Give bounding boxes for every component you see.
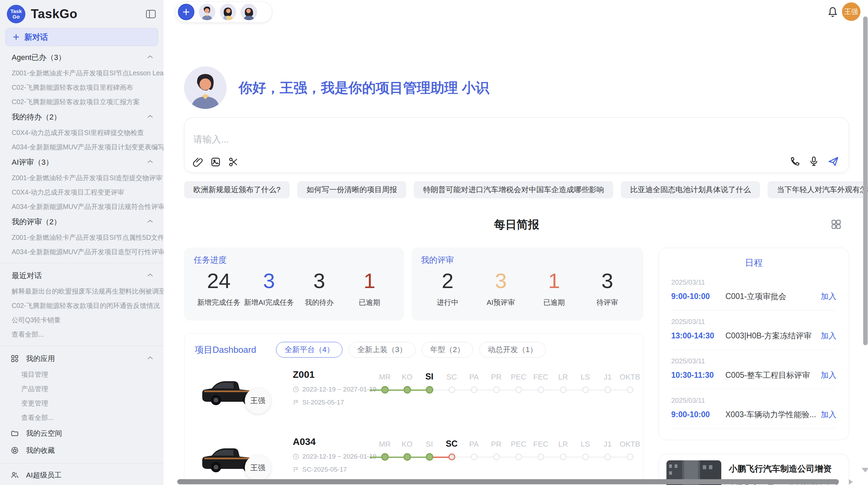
milestone-label: LS xyxy=(574,373,596,382)
milestone-dot xyxy=(515,386,522,393)
chevron-up-icon xyxy=(147,273,153,277)
section-my-review[interactable]: 我的评审（2） xyxy=(0,214,164,230)
scroll-right-arrow[interactable] xyxy=(849,479,853,485)
milestone-dot xyxy=(560,453,567,460)
schedule-time: 13:00-14:30 xyxy=(671,331,725,340)
chevron-up-icon xyxy=(147,219,153,223)
task-item[interactable]: C0X4-动力总成开发项目工程变更评审 xyxy=(0,185,164,199)
chevron-up-icon xyxy=(147,114,153,119)
task-item[interactable]: A034-全新新能源MUV产品开发项目法规符合性评审 xyxy=(0,199,164,214)
app-screen: Task Go TaskGo 新对话 Agent已办（3） Z001-全新燃油皮… xyxy=(0,0,868,485)
schedule-name: C005-整车工程目标评审 xyxy=(725,370,817,381)
tab-powertrain[interactable]: 动总开发（1） xyxy=(479,342,546,358)
section-label: 我的待办（2） xyxy=(12,112,61,122)
section-ai-review[interactable]: AI评审（3） xyxy=(0,154,164,171)
project-row[interactable]: 王强 Z001 2023-12-19 ~ 2027-01-19 SI-2025-… xyxy=(195,367,633,425)
section-label: Agent已办（3） xyxy=(12,52,66,63)
recent-chat-item[interactable]: 解释最新出台的欧盟报废车法规再生塑料比例被调至15%... xyxy=(0,284,164,298)
task-progress-card: 任务进度 24 新增完成任务 3 新增AI完成任务 3 xyxy=(184,248,404,321)
suggestion-chip[interactable]: 欧洲新规最近颁布了什么? xyxy=(184,181,290,198)
app-item-change-mgmt[interactable]: 变更管理 xyxy=(0,396,164,410)
milestone-dot xyxy=(471,386,478,393)
stat: 24 新增完成任务 xyxy=(194,269,244,307)
flag-icon xyxy=(293,399,299,406)
phone-icon[interactable] xyxy=(789,156,800,167)
divider xyxy=(0,346,164,346)
section-label: 最近对话 xyxy=(12,271,42,281)
dashboard-title: 项目Dashboard xyxy=(195,344,256,356)
suggestion-chip[interactable]: 当下年轻人对汽车外观有怎样的喜好趋势 xyxy=(768,181,868,198)
sidebar-item-cloud-space[interactable]: 我的云空间 xyxy=(0,425,164,442)
suggestion-chip[interactable]: 如何写一份清晰的项目周报 xyxy=(297,181,406,198)
stat-label: 待评审 xyxy=(581,298,634,307)
logo-line2: Go xyxy=(13,14,20,20)
task-item[interactable]: Z001-全新燃油皮卡产品开发项目SI节点Lesson Learn报告 xyxy=(0,66,164,80)
layout-grid-icon[interactable] xyxy=(831,219,842,230)
schedule-entry: 2025/03/11 9:00-10:00 X003-车辆动力学性能验... 加… xyxy=(671,397,836,420)
app-item-project-mgmt[interactable]: 项目管理 xyxy=(0,367,164,382)
app-item-product-mgmt[interactable]: 产品管理 xyxy=(0,382,164,396)
task-item[interactable]: A034-全新新能源MUV产品开发项目计划变更表编写 xyxy=(0,140,164,154)
sidebar-item-help-write[interactable]: 帮我写作 xyxy=(0,483,164,485)
section-my-todo[interactable]: 我的待办（2） xyxy=(0,109,164,125)
task-item[interactable]: C02-飞腾新能源轻客改款项目立项汇报方案 xyxy=(0,95,164,109)
tab-new-platform[interactable]: 全新平台（4） xyxy=(276,342,342,358)
suggestion-chip[interactable]: 特朗普可能对进口汽车增税会对中国车企造成哪些影响 xyxy=(414,181,613,198)
join-link[interactable]: 加入 xyxy=(821,370,836,381)
stat-value: 3 xyxy=(244,269,294,293)
horizontal-scrollbar-thumb[interactable] xyxy=(177,479,839,484)
stat-value: 24 xyxy=(194,269,244,293)
view-all-apps-link[interactable]: 查看全部... xyxy=(0,410,164,425)
recent-chat-item[interactable]: 公司Q3轻卡销量 xyxy=(0,313,164,327)
dashboard-tabs: 全新平台（4） 全新上装（3） 年型（2） 动总开发（1） xyxy=(276,342,546,358)
section-recent-chats[interactable]: 最近对话 xyxy=(0,268,164,284)
divider xyxy=(0,463,164,463)
view-all-chats-link[interactable]: 查看全部... xyxy=(0,327,164,341)
project-row[interactable]: 王强 A034 2023-12-19 ~ 2026-01-19 SC-2025-… xyxy=(195,434,633,485)
schedule-date: 2025/03/11 xyxy=(671,357,836,365)
divider xyxy=(671,428,836,428)
milestone-label: PEC xyxy=(507,373,530,382)
new-chat-button[interactable]: 新对话 xyxy=(5,28,158,46)
join-link[interactable]: 加入 xyxy=(821,409,836,420)
project-code: Z001 xyxy=(293,369,376,380)
join-link[interactable]: 加入 xyxy=(821,291,836,302)
suggestion-chip[interactable]: 比亚迪全固态电池计划具体说了什么 xyxy=(621,181,760,198)
sidebar-collapse-icon[interactable] xyxy=(146,10,156,18)
tab-new-body[interactable]: 全新上装（3） xyxy=(349,342,415,358)
sidebar-item-my-apps[interactable]: 我的应用 xyxy=(0,350,164,367)
task-item[interactable]: A034-全新新能源MUV产品开发项目造型可行性评审 xyxy=(0,245,164,259)
join-link[interactable]: 加入 xyxy=(821,331,836,341)
microphone-icon[interactable] xyxy=(808,156,819,167)
sidebar-item-ai-staff[interactable]: AI超级员工 xyxy=(0,468,164,483)
milestone-label: OKTB xyxy=(619,373,641,382)
plus-icon xyxy=(13,34,24,40)
tab-model-year[interactable]: 年型（2） xyxy=(422,342,473,358)
sidebar-item-favorites[interactable]: 我的收藏 xyxy=(0,442,164,459)
app-logo: Task Go xyxy=(7,5,25,23)
task-item[interactable]: C0X4-动力总成开发项目SI里程碑提交物检查 xyxy=(0,125,164,140)
scissors-icon[interactable] xyxy=(228,157,239,167)
milestone-dot xyxy=(627,386,634,393)
view-all-schedule-link[interactable]: 查看所有日程 xyxy=(671,439,836,440)
milestone-label: FEC xyxy=(530,373,552,382)
sidebar-item-label: 我的云空间 xyxy=(26,428,62,438)
chat-input[interactable] xyxy=(193,134,605,145)
milestone-label: LS xyxy=(574,440,596,449)
clock-icon xyxy=(293,453,299,460)
stat: 1 已逾期 xyxy=(345,269,395,307)
task-item[interactable]: Z001-全新燃油轻卡产品开发项目SI节点属性5D文件评审 xyxy=(0,230,164,245)
recent-chat-item[interactable]: C02-飞腾新能源轻客改款项目的闭环通告反馈情况 xyxy=(0,298,164,313)
vertical-scrollbar-thumb[interactable] xyxy=(863,16,868,345)
send-icon[interactable] xyxy=(828,156,839,167)
stat-label: 我的待办 xyxy=(294,298,345,307)
task-item[interactable]: C02-飞腾新能源轻客改款项目里程碑画布 xyxy=(0,80,164,95)
task-item[interactable]: Z001-全新燃油轻卡产品开发项目SI造型提交物评审 xyxy=(0,171,164,185)
scroll-down-arrow[interactable] xyxy=(861,468,868,472)
milestone-dot-done xyxy=(381,453,389,461)
section-label: AI评审（3） xyxy=(12,157,53,167)
sidebar: Task Go TaskGo 新对话 Agent已办（3） Z001-全新燃油皮… xyxy=(0,0,164,485)
section-agent-done[interactable]: Agent已办（3） xyxy=(0,49,164,66)
attachment-icon[interactable] xyxy=(193,157,203,167)
image-icon[interactable] xyxy=(210,157,221,167)
